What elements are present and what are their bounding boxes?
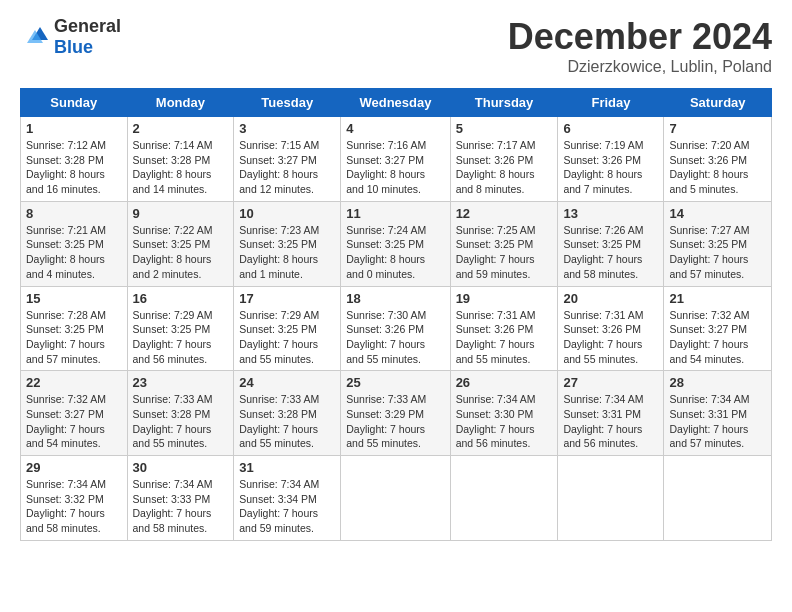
calendar-cell: 5Sunrise: 7:17 AM Sunset: 3:26 PM Daylig… (450, 117, 558, 202)
day-info: Sunrise: 7:17 AM Sunset: 3:26 PM Dayligh… (456, 138, 553, 197)
day-number: 24 (239, 375, 335, 390)
day-number: 10 (239, 206, 335, 221)
logo-blue: Blue (54, 37, 121, 58)
calendar-cell: 19Sunrise: 7:31 AM Sunset: 3:26 PM Dayli… (450, 286, 558, 371)
calendar-week-5: 29Sunrise: 7:34 AM Sunset: 3:32 PM Dayli… (21, 456, 772, 541)
day-number: 2 (133, 121, 229, 136)
day-number: 22 (26, 375, 122, 390)
day-number: 12 (456, 206, 553, 221)
calendar-cell: 13Sunrise: 7:26 AM Sunset: 3:25 PM Dayli… (558, 201, 664, 286)
calendar-body: 1Sunrise: 7:12 AM Sunset: 3:28 PM Daylig… (21, 117, 772, 541)
calendar-cell: 4Sunrise: 7:16 AM Sunset: 3:27 PM Daylig… (341, 117, 450, 202)
logo-general: General (54, 16, 121, 37)
title-block: December 2024 Dzierzkowice, Lublin, Pola… (508, 16, 772, 76)
day-info: Sunrise: 7:14 AM Sunset: 3:28 PM Dayligh… (133, 138, 229, 197)
col-friday: Friday (558, 89, 664, 117)
calendar-cell (450, 456, 558, 541)
day-number: 18 (346, 291, 444, 306)
calendar-cell: 15Sunrise: 7:28 AM Sunset: 3:25 PM Dayli… (21, 286, 128, 371)
calendar-cell (664, 456, 772, 541)
col-wednesday: Wednesday (341, 89, 450, 117)
day-info: Sunrise: 7:27 AM Sunset: 3:25 PM Dayligh… (669, 223, 766, 282)
day-info: Sunrise: 7:33 AM Sunset: 3:28 PM Dayligh… (239, 392, 335, 451)
calendar-cell: 9Sunrise: 7:22 AM Sunset: 3:25 PM Daylig… (127, 201, 234, 286)
calendar-week-2: 8Sunrise: 7:21 AM Sunset: 3:25 PM Daylig… (21, 201, 772, 286)
calendar-cell: 17Sunrise: 7:29 AM Sunset: 3:25 PM Dayli… (234, 286, 341, 371)
day-info: Sunrise: 7:34 AM Sunset: 3:30 PM Dayligh… (456, 392, 553, 451)
calendar-cell: 3Sunrise: 7:15 AM Sunset: 3:27 PM Daylig… (234, 117, 341, 202)
logo-text: General Blue (54, 16, 121, 58)
day-number: 26 (456, 375, 553, 390)
calendar-cell: 27Sunrise: 7:34 AM Sunset: 3:31 PM Dayli… (558, 371, 664, 456)
calendar-cell (341, 456, 450, 541)
day-info: Sunrise: 7:34 AM Sunset: 3:32 PM Dayligh… (26, 477, 122, 536)
day-number: 7 (669, 121, 766, 136)
day-number: 5 (456, 121, 553, 136)
day-info: Sunrise: 7:23 AM Sunset: 3:25 PM Dayligh… (239, 223, 335, 282)
calendar-cell: 7Sunrise: 7:20 AM Sunset: 3:26 PM Daylig… (664, 117, 772, 202)
day-info: Sunrise: 7:32 AM Sunset: 3:27 PM Dayligh… (26, 392, 122, 451)
calendar-cell: 12Sunrise: 7:25 AM Sunset: 3:25 PM Dayli… (450, 201, 558, 286)
day-number: 6 (563, 121, 658, 136)
calendar-cell: 30Sunrise: 7:34 AM Sunset: 3:33 PM Dayli… (127, 456, 234, 541)
day-info: Sunrise: 7:29 AM Sunset: 3:25 PM Dayligh… (133, 308, 229, 367)
day-info: Sunrise: 7:34 AM Sunset: 3:34 PM Dayligh… (239, 477, 335, 536)
day-info: Sunrise: 7:22 AM Sunset: 3:25 PM Dayligh… (133, 223, 229, 282)
calendar-cell: 8Sunrise: 7:21 AM Sunset: 3:25 PM Daylig… (21, 201, 128, 286)
day-number: 21 (669, 291, 766, 306)
day-number: 13 (563, 206, 658, 221)
calendar-cell (558, 456, 664, 541)
day-info: Sunrise: 7:19 AM Sunset: 3:26 PM Dayligh… (563, 138, 658, 197)
day-number: 15 (26, 291, 122, 306)
calendar-cell: 25Sunrise: 7:33 AM Sunset: 3:29 PM Dayli… (341, 371, 450, 456)
calendar-week-3: 15Sunrise: 7:28 AM Sunset: 3:25 PM Dayli… (21, 286, 772, 371)
day-info: Sunrise: 7:29 AM Sunset: 3:25 PM Dayligh… (239, 308, 335, 367)
day-number: 23 (133, 375, 229, 390)
day-number: 30 (133, 460, 229, 475)
day-info: Sunrise: 7:12 AM Sunset: 3:28 PM Dayligh… (26, 138, 122, 197)
calendar-cell: 23Sunrise: 7:33 AM Sunset: 3:28 PM Dayli… (127, 371, 234, 456)
calendar-cell: 6Sunrise: 7:19 AM Sunset: 3:26 PM Daylig… (558, 117, 664, 202)
calendar-cell: 28Sunrise: 7:34 AM Sunset: 3:31 PM Dayli… (664, 371, 772, 456)
day-info: Sunrise: 7:15 AM Sunset: 3:27 PM Dayligh… (239, 138, 335, 197)
page-container: General Blue December 2024 Dzierzkowice,… (0, 0, 792, 557)
col-saturday: Saturday (664, 89, 772, 117)
col-thursday: Thursday (450, 89, 558, 117)
calendar-cell: 20Sunrise: 7:31 AM Sunset: 3:26 PM Dayli… (558, 286, 664, 371)
calendar-cell: 10Sunrise: 7:23 AM Sunset: 3:25 PM Dayli… (234, 201, 341, 286)
day-number: 20 (563, 291, 658, 306)
calendar-cell: 31Sunrise: 7:34 AM Sunset: 3:34 PM Dayli… (234, 456, 341, 541)
col-monday: Monday (127, 89, 234, 117)
day-number: 16 (133, 291, 229, 306)
day-number: 19 (456, 291, 553, 306)
day-number: 28 (669, 375, 766, 390)
day-info: Sunrise: 7:28 AM Sunset: 3:25 PM Dayligh… (26, 308, 122, 367)
day-number: 29 (26, 460, 122, 475)
day-info: Sunrise: 7:34 AM Sunset: 3:31 PM Dayligh… (669, 392, 766, 451)
calendar-cell: 21Sunrise: 7:32 AM Sunset: 3:27 PM Dayli… (664, 286, 772, 371)
calendar-cell: 1Sunrise: 7:12 AM Sunset: 3:28 PM Daylig… (21, 117, 128, 202)
header: General Blue December 2024 Dzierzkowice,… (20, 16, 772, 76)
day-number: 3 (239, 121, 335, 136)
calendar-cell: 22Sunrise: 7:32 AM Sunset: 3:27 PM Dayli… (21, 371, 128, 456)
day-info: Sunrise: 7:25 AM Sunset: 3:25 PM Dayligh… (456, 223, 553, 282)
day-number: 11 (346, 206, 444, 221)
calendar-cell: 11Sunrise: 7:24 AM Sunset: 3:25 PM Dayli… (341, 201, 450, 286)
location: Dzierzkowice, Lublin, Poland (508, 58, 772, 76)
day-info: Sunrise: 7:30 AM Sunset: 3:26 PM Dayligh… (346, 308, 444, 367)
day-info: Sunrise: 7:16 AM Sunset: 3:27 PM Dayligh… (346, 138, 444, 197)
day-info: Sunrise: 7:26 AM Sunset: 3:25 PM Dayligh… (563, 223, 658, 282)
logo-icon (20, 22, 50, 52)
day-info: Sunrise: 7:33 AM Sunset: 3:29 PM Dayligh… (346, 392, 444, 451)
day-info: Sunrise: 7:31 AM Sunset: 3:26 PM Dayligh… (563, 308, 658, 367)
day-info: Sunrise: 7:33 AM Sunset: 3:28 PM Dayligh… (133, 392, 229, 451)
calendar-week-1: 1Sunrise: 7:12 AM Sunset: 3:28 PM Daylig… (21, 117, 772, 202)
day-number: 31 (239, 460, 335, 475)
logo: General Blue (20, 16, 121, 58)
calendar-cell: 24Sunrise: 7:33 AM Sunset: 3:28 PM Dayli… (234, 371, 341, 456)
day-number: 14 (669, 206, 766, 221)
day-info: Sunrise: 7:34 AM Sunset: 3:33 PM Dayligh… (133, 477, 229, 536)
calendar-cell: 18Sunrise: 7:30 AM Sunset: 3:26 PM Dayli… (341, 286, 450, 371)
calendar-cell: 2Sunrise: 7:14 AM Sunset: 3:28 PM Daylig… (127, 117, 234, 202)
day-number: 17 (239, 291, 335, 306)
